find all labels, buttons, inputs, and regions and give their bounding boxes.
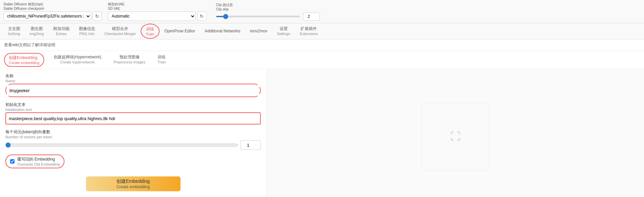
vae-select[interactable]: Automatic <box>108 11 196 21</box>
model-label: Stable Diffusion 模型(ckpt) Stable Diffusi… <box>3 2 102 11</box>
tab-train[interactable]: 训练 Train <box>141 24 160 39</box>
sub-tab-create-embedding[interactable]: 创建Embedding Create embedding <box>4 53 44 67</box>
clip-slider-row <box>216 12 320 21</box>
sub-tab-preprocess[interactable]: 预处理图像 Preprocess images <box>111 53 148 67</box>
image-placeholder: ⛶ <box>422 103 489 170</box>
vae-label: 模型的VAE SD VAE <box>108 2 206 11</box>
init-text-wrapper <box>5 112 261 124</box>
overwrite-group: 覆写旧的 Embedding Overwrite Old Embedding <box>5 154 261 168</box>
image-placeholder-icon: ⛶ <box>450 131 460 142</box>
model-select[interactable]: chilloutmix_NiPrunedFp32Fix.safetensors … <box>3 11 91 21</box>
vae-refresh-button[interactable]: ↻ <box>197 11 206 21</box>
clip-slider[interactable] <box>216 16 300 17</box>
sub-tab-train[interactable]: 训练 Train <box>155 53 169 67</box>
clip-number-input[interactable] <box>303 12 320 21</box>
init-text-field-group: 初始化文本 Initialization text <box>5 102 261 124</box>
create-btn-container: 创建Embedding Create embedding <box>5 176 261 191</box>
overwrite-checkbox[interactable] <box>10 159 15 164</box>
tab-additional-networks[interactable]: Additional Networks <box>200 26 245 37</box>
name-input-wrapper <box>5 84 261 97</box>
tab-txt2img[interactable]: 文生图 txt2img <box>3 23 25 39</box>
tab-settings[interactable]: 设置 Settings <box>272 23 295 39</box>
wiki-bar: 查看wiki文档以了解详细说明 <box>0 39 644 51</box>
vectors-field-group: 每个词元(token)的向量数 Number of vectors per to… <box>5 129 261 150</box>
tabs-bar: 文生图 txt2img 图生图 img2img 附加功能 Extras 图像信息… <box>0 23 644 39</box>
sub-tab-create-hypernetwork[interactable]: 创建超网络(Hypernetwork) Create hypernetwork <box>51 53 104 67</box>
init-text-label: 初始化文本 Initialization text <box>5 102 261 112</box>
name-label: 名称 Name <box>5 73 261 83</box>
vae-select-row: Automatic ↻ <box>108 11 206 21</box>
vectors-label: 每个词元(token)的向量数 Number of vectors per to… <box>5 129 261 139</box>
model-section: Stable Diffusion 模型(ckpt) Stable Diffusi… <box>3 2 102 21</box>
tab-png-info[interactable]: 图像信息 PNG Info <box>74 23 100 39</box>
right-panel: ⛶ <box>267 69 644 197</box>
vectors-number-input[interactable] <box>241 140 261 150</box>
tab-checkpoint-merger[interactable]: 模型合并 Checkpoint Merger <box>100 23 141 39</box>
left-panel: 名称 Name 初始化文本 Initialization text 每个词元(t… <box>0 69 267 197</box>
sub-tabs: 创建Embedding Create embedding 创建超网络(Hyper… <box>0 51 644 69</box>
top-bar: Stable Diffusion 模型(ckpt) Stable Diffusi… <box>0 0 644 23</box>
vae-section: 模型的VAE SD VAE Automatic ↻ <box>108 2 206 21</box>
overwrite-label: 覆写旧的 Embedding Overwrite Old Embedding <box>17 157 60 166</box>
model-refresh-button[interactable]: ↻ <box>92 11 102 21</box>
name-field-group: 名称 Name <box>5 73 261 97</box>
tab-extensions[interactable]: 扩展插件 Extensions <box>295 23 323 39</box>
main-content: 名称 Name 初始化文本 Initialization text 每个词元(t… <box>0 69 644 197</box>
create-embedding-button[interactable]: 创建Embedding Create embedding <box>86 176 180 191</box>
tab-openpose[interactable]: OpenPose Editor <box>160 26 200 37</box>
tab-extras[interactable]: 附加功能 Extras <box>49 23 74 39</box>
vectors-slider[interactable] <box>5 142 238 148</box>
overwrite-checkbox-wrapper: 覆写旧的 Embedding Overwrite Old Embedding <box>5 154 64 168</box>
vectors-row <box>5 140 261 150</box>
tab-mov2mov[interactable]: mov2mov <box>245 26 272 37</box>
init-text-input[interactable] <box>6 113 260 124</box>
tab-img2img[interactable]: 图生图 img2img <box>25 23 49 39</box>
name-input[interactable] <box>7 85 259 96</box>
clip-section: Clip 跳过层 Clip skip <box>216 3 320 21</box>
model-select-row: chilloutmix_NiPrunedFp32Fix.safetensors … <box>3 11 102 21</box>
clip-label: Clip 跳过层 Clip skip <box>216 3 320 11</box>
wiki-text: 查看wiki文档以了解详细说明 <box>4 43 55 47</box>
